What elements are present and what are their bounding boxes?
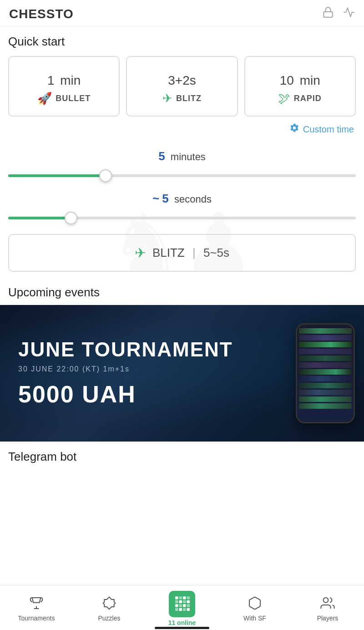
blitz-label: BLITZ [176,94,202,103]
gear-icon [289,123,299,136]
banner-prize: 5000 UAH [18,381,282,408]
minutes-slider-section: 5 minutes [0,149,364,183]
home-checkerboard-icon [174,595,190,613]
game-type-display[interactable]: ✈ BLITZ | 5~5s [8,234,356,272]
tournaments-icon [29,596,44,613]
banner-phone [282,323,355,423]
blitz-icon: ✈ [162,91,172,106]
custom-time-label[interactable]: Custom time [303,124,354,135]
upcoming-events-section: Upcoming events JUNE TOURNAMENT 30 JUNE … [0,281,364,442]
svg-rect-1 [175,596,178,599]
svg-rect-9 [175,604,178,607]
rapid-time: 10 min [250,67,350,88]
svg-rect-7 [183,600,186,603]
svg-rect-10 [179,604,182,607]
tournament-banner[interactable]: JUNE TOURNAMENT 30 JUNE 22:00 (KT) 1m+1s… [0,305,364,442]
game-type-text: BLITZ | 5~5s [152,246,229,260]
chart-icon[interactable] [343,6,355,21]
svg-rect-8 [187,600,190,603]
phone-mockup [296,323,355,423]
players-icon [320,596,335,613]
game-type-separator: | [192,246,196,259]
seconds-slider-thumb[interactable] [65,212,77,224]
svg-rect-6 [179,600,182,603]
rapid-card[interactable]: 10 min 🕊 RAPID [244,56,356,117]
minutes-slider-thumb[interactable] [99,169,112,182]
svg-rect-12 [187,604,190,607]
lock-icon[interactable] [322,6,334,21]
tournaments-label: Tournaments [18,615,55,622]
svg-rect-0 [324,12,333,17]
puzzles-label: Puzzles [98,615,120,622]
blitz-mode-line: ✈ BLITZ [131,91,232,106]
phone-screen [297,325,354,422]
svg-point-17 [324,598,329,603]
rapid-label: RAPID [294,94,322,103]
rapid-icon: 🕊 [278,91,290,106]
svg-rect-14 [179,608,182,610]
nav-item-with-sf[interactable]: With SF [218,585,291,630]
svg-rect-5 [175,600,178,603]
minutes-label: 5 minutes [8,149,356,163]
svg-rect-2 [179,596,182,599]
with-sf-label: With SF [243,615,266,622]
header-actions [322,6,355,21]
telegram-title: Telegram bot [8,450,356,464]
header: CHESSTO [0,0,364,26]
svg-rect-11 [183,604,186,607]
bullet-mode-line: 🚀 BULLET [14,91,114,106]
seconds-slider-section: ~ 5 seconds [0,192,364,225]
banner-title: JUNE TOURNAMENT [18,339,282,361]
seconds-slider-fill [8,217,71,219]
players-label: Players [317,615,339,622]
home-indicator [155,627,209,629]
nav-item-puzzles[interactable]: Puzzles [73,585,146,630]
banner-subtitle: 30 JUNE 22:00 (KT) 1m+1s [18,365,282,373]
minutes-slider-container[interactable] [8,169,356,183]
telegram-section: Telegram bot [0,442,364,467]
minutes-slider-fill [8,174,106,177]
home-icon-bg [169,591,195,617]
bullet-label: BULLET [56,94,91,103]
svg-rect-16 [187,608,190,610]
with-sf-icon [248,596,262,613]
seconds-label: ~ 5 seconds [8,192,356,206]
nav-item-tournaments[interactable]: Tournaments [0,585,73,630]
svg-rect-4 [187,596,190,599]
upcoming-events-title: Upcoming events [0,281,364,305]
puzzles-icon [102,596,116,613]
svg-rect-13 [175,608,178,610]
minutes-value: 5 [158,149,165,163]
bullet-card[interactable]: 1 min 🚀 BULLET [8,56,120,117]
bottom-nav: Tournaments Puzzles [0,585,364,630]
rapid-mode-line: 🕊 RAPID [250,91,350,106]
nav-item-home[interactable]: 11 online [146,585,218,630]
quick-start-title: Quick start [8,35,356,49]
bullet-icon: 🚀 [37,91,52,106]
seconds-slider-container[interactable] [8,211,356,225]
online-badge: 11 online [168,619,196,626]
svg-rect-15 [183,608,186,610]
quick-start-section: Quick start 1 min 🚀 BULLET 3+2s ✈ BLITZ [0,26,364,149]
game-type-icon: ✈ [135,245,146,261]
app-logo: CHESSTO [9,7,74,21]
nav-item-players[interactable]: Players [291,585,364,630]
blitz-time: 3+2s [131,67,232,88]
blitz-card[interactable]: 3+2s ✈ BLITZ [126,56,238,117]
banner-content: JUNE TOURNAMENT 30 JUNE 22:00 (KT) 1m+1s… [18,339,282,408]
seconds-value: 5 [162,192,168,205]
game-modes-container: 1 min 🚀 BULLET 3+2s ✈ BLITZ 10 min 🕊 [8,56,356,117]
svg-rect-3 [183,596,186,599]
custom-time-row[interactable]: Custom time [8,123,356,136]
bullet-time: 1 min [14,67,114,88]
